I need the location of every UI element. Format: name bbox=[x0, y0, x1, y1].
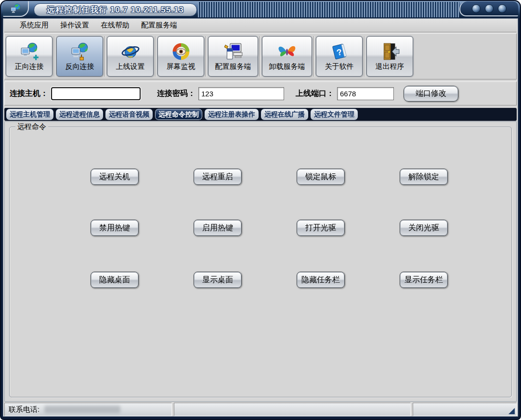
menu-item-system-app[interactable]: 系统应用 bbox=[20, 21, 49, 30]
toolbar-separator bbox=[313, 36, 314, 77]
uninstall-server-icon bbox=[277, 41, 297, 62]
menu-item-online-help[interactable]: 在线帮助 bbox=[101, 21, 130, 30]
tab-content-remote-commands: 远程命令 远程关机 远程重启 锁定鼠标 解除锁定 禁用热键 启用热键 打开光驱 … bbox=[4, 121, 517, 402]
toolbar-separator bbox=[54, 36, 55, 77]
command-row: 远程关机 远程重启 锁定鼠标 解除锁定 bbox=[91, 169, 448, 185]
toolbar-separator bbox=[364, 36, 365, 77]
screen-monitor-icon bbox=[171, 41, 191, 62]
toolbar-button-about-software[interactable]: ? 关于软件 bbox=[316, 36, 363, 77]
toolbar-button-configure-server[interactable]: 配置服务端 bbox=[208, 36, 258, 77]
password-input[interactable] bbox=[198, 87, 284, 100]
connection-panel: 连接主机： 连接密码： 上线端口： 端口修改 bbox=[4, 81, 517, 105]
reverse-connect-icon bbox=[70, 41, 90, 62]
password-label: 连接密码： bbox=[157, 89, 195, 99]
cmd-enable-hotkeys-button[interactable]: 启用热键 bbox=[194, 220, 242, 236]
tab-remote-command-control[interactable]: 远程命令控制 bbox=[155, 108, 203, 120]
toolbar-button-reverse-connect[interactable]: 反向连接 bbox=[56, 36, 103, 77]
toolbar-button-online-settings[interactable]: 上线设置 bbox=[107, 36, 154, 77]
command-row: 禁用热键 启用热键 打开光驱 关闭光驱 bbox=[91, 220, 448, 236]
cmd-show-taskbar-button[interactable]: 显示任务栏 bbox=[400, 272, 448, 288]
window-title: 远程控制任我行 10.7 10.211.55.13 bbox=[34, 3, 197, 16]
toolbar-separator bbox=[206, 36, 207, 77]
toolbar-button-label: 正向连接 bbox=[15, 62, 44, 71]
online-settings-icon bbox=[120, 41, 141, 62]
status-panel-right bbox=[413, 403, 517, 416]
cmd-remote-shutdown-button[interactable]: 远程关机 bbox=[91, 169, 139, 185]
cmd-disable-hotkeys-button[interactable]: 禁用热键 bbox=[91, 220, 139, 236]
resize-grip[interactable] bbox=[508, 408, 515, 414]
toolbar-button-forward-connect[interactable]: 正向连接 bbox=[6, 36, 52, 77]
toolbar-separator bbox=[104, 36, 105, 77]
window-control-button-2[interactable] bbox=[485, 4, 494, 13]
title-bar-stripes bbox=[198, 2, 459, 17]
window-control-button-1[interactable] bbox=[472, 4, 481, 13]
forward-connect-icon bbox=[19, 41, 39, 62]
toolbar-button-screen-monitor[interactable]: 屏幕监视 bbox=[157, 36, 204, 77]
port-input[interactable] bbox=[337, 87, 394, 100]
cmd-hide-desktop-button[interactable]: 隐藏桌面 bbox=[91, 272, 139, 288]
toolbar-button-uninstall-server[interactable]: 卸载服务端 bbox=[262, 36, 312, 77]
contact-phone-label: 联系电话: bbox=[9, 405, 39, 414]
toolbar-button-label: 反向连接 bbox=[65, 62, 94, 71]
status-panel-middle bbox=[174, 403, 411, 416]
tab-remote-host-management[interactable]: 远程主机管理 bbox=[6, 108, 54, 120]
toolbar: 正向连接 反向连接 bbox=[4, 33, 517, 79]
cmd-remote-restart-button[interactable]: 远程重启 bbox=[194, 169, 242, 185]
tab-strip: 远程主机管理 远程进程信息 远程语音视频 远程命令控制 远程注册表操作 远程在线… bbox=[4, 108, 517, 121]
toolbar-button-label: 配置服务端 bbox=[215, 62, 251, 71]
cmd-close-cdrom-button[interactable]: 关闭光驱 bbox=[400, 220, 448, 236]
host-input[interactable] bbox=[51, 87, 141, 100]
app-icon-pod bbox=[3, 1, 29, 17]
toolbar-separator bbox=[260, 36, 260, 77]
client-area: 系统应用 操作设置 在线帮助 配置服务端 正向连接 bbox=[3, 18, 518, 417]
exit-program-icon bbox=[380, 41, 400, 62]
cmd-lock-mouse-button[interactable]: 锁定鼠标 bbox=[297, 169, 345, 185]
tab-remote-registry-ops[interactable]: 远程注册表操作 bbox=[204, 108, 259, 120]
tab-remote-process-info[interactable]: 远程进程信息 bbox=[55, 108, 104, 120]
command-row: 隐藏桌面 显示桌面 隐藏任务栏 显示任务栏 bbox=[91, 272, 448, 288]
configure-server-icon bbox=[223, 41, 243, 62]
toolbar-button-exit-program[interactable]: 退出程序 bbox=[366, 36, 413, 77]
cmd-show-desktop-button[interactable]: 显示桌面 bbox=[194, 272, 242, 288]
port-label: 上线端口： bbox=[296, 89, 334, 99]
menu-item-configure-server[interactable]: 配置服务端 bbox=[141, 21, 177, 30]
status-bar: 联系电话: bbox=[4, 403, 517, 416]
app-window: 远程控制任我行 10.7 10.211.55.13 系统应用 操作设置 在线帮助… bbox=[0, 0, 521, 420]
remote-command-groupbox: 远程命令 远程关机 远程重启 锁定鼠标 解除锁定 禁用热键 启用热键 打开光驱 … bbox=[9, 127, 512, 397]
title-bar[interactable]: 远程控制任我行 10.7 10.211.55.13 bbox=[1, 1, 520, 18]
toolbar-button-label: 退出程序 bbox=[376, 62, 404, 71]
window-control-button-3[interactable] bbox=[498, 4, 507, 13]
cmd-open-cdrom-button[interactable]: 打开光驱 bbox=[297, 220, 345, 236]
cmd-hide-taskbar-button[interactable]: 隐藏任务栏 bbox=[297, 272, 345, 288]
status-panel-contact: 联系电话: bbox=[4, 403, 172, 416]
toolbar-button-label: 卸载服务端 bbox=[269, 62, 305, 71]
toolbar-button-label: 上线设置 bbox=[116, 62, 145, 71]
cmd-unlock-button[interactable]: 解除锁定 bbox=[400, 169, 448, 185]
tab-remote-file-management[interactable]: 远程文件管理 bbox=[310, 108, 358, 120]
tab-remote-online-broadcast[interactable]: 远程在线广播 bbox=[260, 108, 309, 120]
toolbar-button-label: 屏幕监视 bbox=[167, 62, 195, 71]
port-modify-button[interactable]: 端口修改 bbox=[404, 86, 458, 102]
window-controls bbox=[459, 1, 518, 16]
toolbar-separator bbox=[155, 36, 156, 77]
host-label: 连接主机： bbox=[10, 89, 48, 99]
toolbar-button-label: 关于软件 bbox=[325, 62, 354, 71]
menu-item-operation-settings[interactable]: 操作设置 bbox=[60, 21, 89, 30]
redacted-phone-number bbox=[44, 406, 120, 413]
remote-app-icon bbox=[10, 3, 21, 14]
menu-bar: 系统应用 操作设置 在线帮助 配置服务端 bbox=[4, 19, 517, 32]
about-software-icon: ? bbox=[329, 41, 350, 62]
tab-remote-audio-video[interactable]: 远程语音视频 bbox=[105, 108, 153, 120]
groupbox-title: 远程命令 bbox=[15, 122, 48, 131]
